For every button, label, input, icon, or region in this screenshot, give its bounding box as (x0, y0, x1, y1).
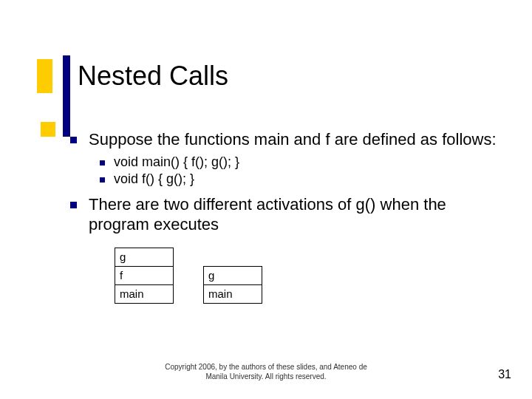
page-number: 31 (498, 368, 511, 381)
title-decoration (37, 59, 67, 93)
copyright-footer: Copyright 2006, by the authors of these … (0, 362, 532, 381)
sub-bullet-code1: void main() { f(); g(); } (100, 154, 502, 170)
yellow-block-icon (37, 59, 52, 93)
stack-left: g f main (115, 248, 174, 304)
stack-cell: f (115, 266, 174, 285)
bullet-text: There are two different activations of g… (89, 194, 502, 235)
bullet-conclusion: There are two different activations of g… (70, 194, 502, 235)
bullet-icon (70, 137, 77, 143)
code-text: void main() { f(); g(); } (114, 154, 239, 170)
code-text: void f() { g(); } (114, 171, 194, 187)
stack-cell: main (115, 284, 174, 304)
yellow-block-small-icon (41, 122, 55, 137)
bullet-icon (100, 160, 105, 166)
bullet-intro: Suppose the functions main and f are def… (70, 129, 502, 150)
stack-right: g main (203, 267, 262, 304)
slide-body: Suppose the functions main and f are def… (70, 129, 502, 304)
sub-bullets: void main() { f(); g(); } void f() { g()… (100, 154, 502, 187)
slide-title: Nested Calls (78, 61, 228, 92)
bullet-icon (100, 177, 105, 183)
stack-cell: g (115, 248, 174, 267)
sub-bullet-code2: void f() { g(); } (100, 171, 502, 187)
bullet-icon (70, 202, 77, 208)
stack-cell: g (203, 266, 262, 285)
stack-cell: main (203, 284, 262, 304)
footer-line2: Manila University. All rights reserved. (205, 372, 326, 381)
footer-line1: Copyright 2006, by the authors of these … (165, 363, 367, 371)
stack-diagrams: g f main g main (115, 248, 502, 304)
bullet-text: Suppose the functions main and f are def… (89, 129, 497, 150)
